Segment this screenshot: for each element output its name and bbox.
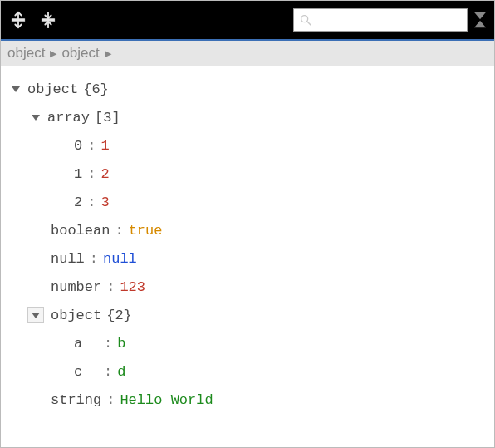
search-icon <box>299 13 312 27</box>
node-value-null: null <box>103 252 137 266</box>
node-meta: [3] <box>95 111 120 125</box>
colon: : <box>90 252 98 266</box>
node-value-boolean: true <box>129 224 163 238</box>
tree-leaf[interactable]: a : b <box>7 329 488 357</box>
node-key: object <box>27 82 78 96</box>
svg-marker-3 <box>474 21 486 27</box>
toolbar-left-group <box>9 11 57 29</box>
node-key: 0 <box>74 139 82 153</box>
toolbar <box>1 1 494 41</box>
svg-line-1 <box>307 22 311 25</box>
search-input[interactable] <box>316 12 462 27</box>
tree-leaf[interactable]: 2 : 3 <box>7 188 488 216</box>
json-tree: object {6} array [3] 0 : 1 1 : 2 2 : <box>1 66 494 447</box>
node-key: 2 <box>74 195 82 209</box>
svg-marker-4 <box>12 86 20 92</box>
node-key: array <box>47 111 90 125</box>
node-key: string <box>51 393 101 407</box>
search-wrap <box>293 8 486 32</box>
colon: : <box>87 195 96 209</box>
svg-point-0 <box>301 16 308 22</box>
tree-node-root[interactable]: object {6} <box>7 75 488 103</box>
tree-leaf[interactable]: number : 123 <box>7 273 488 301</box>
node-key: null <box>51 252 85 266</box>
search-prev-icon[interactable] <box>474 20 486 28</box>
node-value-number: 3 <box>100 195 109 209</box>
colon: : <box>87 139 96 153</box>
tree-leaf[interactable]: 1 : 2 <box>7 160 488 188</box>
breadcrumb-item[interactable]: object <box>61 45 99 62</box>
node-value-string: d <box>117 365 125 379</box>
node-value-number: 123 <box>120 280 145 294</box>
node-value-string: Hello World <box>120 393 213 407</box>
expand-all-icon[interactable] <box>9 11 27 29</box>
node-key: 1 <box>74 167 82 181</box>
svg-marker-6 <box>32 313 40 318</box>
tree-leaf[interactable]: 0 : 1 <box>7 131 488 160</box>
node-meta: {2} <box>106 308 132 322</box>
colon: : <box>87 167 96 181</box>
svg-marker-2 <box>474 12 486 19</box>
json-viewer-app: object ▶ object ▶ object {6} array [3] 0… <box>0 0 495 448</box>
breadcrumb-separator-icon: ▶ <box>50 48 56 59</box>
tree-node-array[interactable]: array [3] <box>7 103 488 131</box>
disclosure-triangle-icon[interactable] <box>27 307 44 323</box>
tree-leaf[interactable]: boolean : true <box>7 216 488 244</box>
breadcrumb-separator-icon: ▶ <box>105 48 111 59</box>
node-key: c <box>74 365 99 379</box>
search-next-icon[interactable] <box>474 12 486 20</box>
colon: : <box>104 337 112 351</box>
colon: : <box>104 365 112 379</box>
tree-leaf[interactable]: null : null <box>7 244 488 273</box>
node-value-number: 2 <box>100 167 109 181</box>
svg-marker-5 <box>32 115 40 121</box>
colon: : <box>106 280 115 294</box>
disclosure-triangle-icon[interactable] <box>27 109 44 126</box>
disclosure-triangle-icon[interactable] <box>7 81 24 97</box>
breadcrumb-item[interactable]: object <box>7 45 45 62</box>
tree-leaf[interactable]: c : d <box>7 357 488 386</box>
collapse-all-icon[interactable] <box>39 11 57 29</box>
node-key: a <box>74 337 99 351</box>
breadcrumb: object ▶ object ▶ <box>1 41 494 66</box>
search-nav-arrows <box>474 12 486 28</box>
colon: : <box>106 393 115 407</box>
tree-node-object[interactable]: object {2} <box>7 301 488 329</box>
node-key: object <box>51 308 101 322</box>
node-value-number: 1 <box>100 139 109 153</box>
node-key: number <box>51 280 101 294</box>
node-value-string: b <box>117 337 125 351</box>
colon: : <box>115 224 123 238</box>
node-meta: {6} <box>83 82 109 96</box>
search-box[interactable] <box>293 8 468 32</box>
node-key: boolean <box>51 224 110 238</box>
tree-leaf[interactable]: string : Hello World <box>7 386 488 414</box>
